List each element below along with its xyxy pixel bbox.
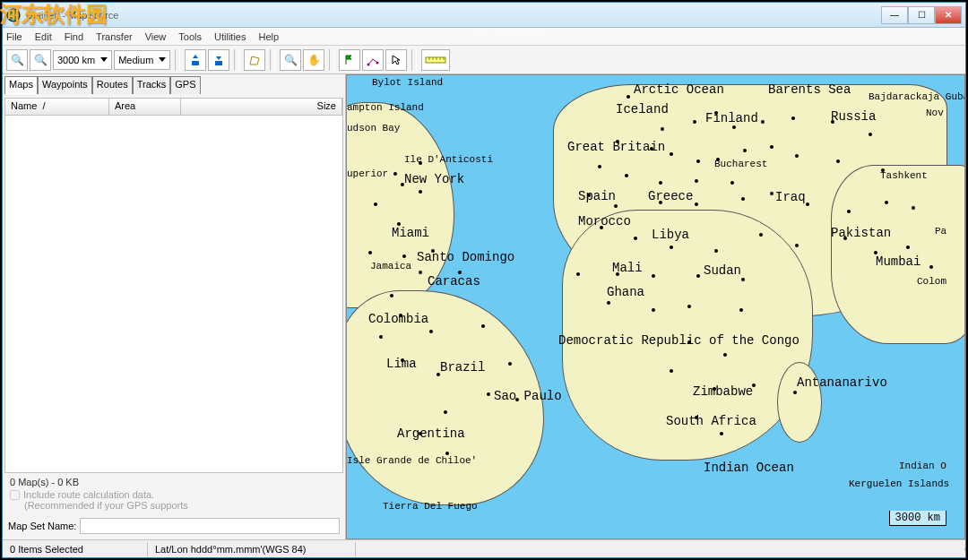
tab-maps[interactable]: Maps: [4, 76, 38, 94]
map-label: Kerguelen Islands: [849, 478, 949, 489]
city-dot: [402, 254, 406, 258]
maximize-button[interactable]: ☐: [908, 6, 935, 24]
map-label: Iceland: [616, 102, 669, 116]
polygon-icon: [248, 54, 261, 66]
city-dot: [576, 272, 580, 276]
map-label: Bucharest: [714, 159, 767, 169]
map-label: udson Bay: [347, 123, 400, 134]
city-dot: [695, 179, 698, 183]
city-dot: [661, 127, 664, 131]
city-dot: [652, 274, 655, 278]
tab-routes[interactable]: Routes: [92, 76, 133, 94]
menu-utilities[interactable]: Utilities: [214, 31, 246, 42]
watermark-logo: 河东软件园: [0, 0, 108, 29]
city-dot: [625, 174, 628, 177]
ruler-icon: [425, 55, 446, 65]
city-dot: [687, 305, 691, 308]
tab-waypoints[interactable]: Waypoints: [38, 76, 92, 94]
menu-file[interactable]: File: [6, 31, 22, 42]
menu-help[interactable]: Help: [258, 31, 279, 42]
city-dot: [695, 202, 698, 206]
draw-map-button[interactable]: [244, 49, 265, 71]
statusbar: 0 Items Selected Lat/Lon hddd°mm.mmm'(WG…: [3, 539, 965, 557]
tab-tracks[interactable]: Tracks: [133, 76, 171, 94]
menu-tools[interactable]: Tools: [178, 31, 202, 42]
city-dot: [906, 246, 910, 249]
tab-gps[interactable]: GPS: [170, 76, 200, 94]
city-dot: [444, 410, 447, 414]
detail-select[interactable]: Medium: [114, 50, 170, 70]
city-dot: [481, 324, 485, 328]
city-dot: [795, 244, 799, 247]
svg-point-4: [376, 61, 379, 64]
map-label: Mali: [612, 261, 643, 275]
menu-transfer[interactable]: Transfer: [96, 31, 133, 42]
city-dot: [770, 192, 774, 195]
zoom-out-button[interactable]: 🔍: [30, 49, 51, 71]
svg-point-3: [367, 63, 370, 65]
map-canvas[interactable]: Bylot IslandArctic OceanBarents SeaBajda…: [346, 74, 965, 539]
zoom-in-button[interactable]: 🔍: [6, 49, 28, 71]
city-dot: [720, 432, 723, 435]
pan-tool-button[interactable]: ✋: [303, 49, 324, 71]
city-dot: [795, 154, 799, 158]
map-label: Sudan: [704, 263, 741, 278]
zoom-tool-button[interactable]: 🔍: [280, 49, 301, 71]
city-dot: [912, 206, 915, 210]
close-button[interactable]: ✕: [935, 6, 962, 24]
city-dot: [652, 308, 655, 312]
city-dot: [634, 237, 637, 240]
city-dot: [806, 202, 809, 206]
city-dot: [761, 120, 765, 124]
map-label: Zimbabwe: [693, 384, 753, 399]
col-size[interactable]: Size: [181, 99, 342, 115]
titlebar[interactable]: Untitled - MapSource — ☐ ✕: [3, 3, 965, 28]
route-tool-button[interactable]: [362, 49, 384, 71]
svg-rect-1: [192, 61, 199, 65]
checkbox-hint: (Recommended if your GPS supports: [10, 500, 338, 511]
download-icon: [212, 54, 225, 66]
city-dot: [730, 181, 734, 185]
menu-view[interactable]: View: [145, 31, 167, 42]
minimize-button[interactable]: —: [881, 6, 908, 24]
send-to-device-button[interactable]: [185, 49, 206, 71]
scale-select[interactable]: 3000 km: [53, 50, 112, 70]
city-dot: [741, 278, 745, 281]
city-dot: [368, 251, 372, 254]
map-label: Colom: [917, 276, 946, 287]
map-label: Russia: [831, 109, 876, 124]
map-label: Santo Domingo: [417, 250, 514, 264]
city-dot: [696, 159, 700, 163]
route-icon: [367, 54, 379, 66]
map-label: Brazil: [440, 360, 485, 375]
list-header: Name / Area Size: [4, 98, 343, 116]
map-label: Iraq: [775, 190, 806, 204]
map-label: Tashkent: [880, 170, 928, 181]
city-dot: [659, 181, 662, 185]
city-dot: [743, 149, 747, 152]
col-area[interactable]: Area: [109, 99, 181, 115]
map-label: South Africa: [666, 414, 756, 428]
city-dot: [614, 204, 618, 208]
map-label: Bajdarackaja Guba: [869, 91, 965, 102]
map-label: Indian O: [899, 461, 946, 471]
city-dot: [693, 120, 696, 124]
measure-tool-button[interactable]: [421, 49, 450, 71]
menu-find[interactable]: Find: [65, 31, 83, 42]
select-tool-button[interactable]: [385, 49, 407, 71]
svg-rect-5: [426, 57, 445, 63]
window-title: Untitled - MapSource: [26, 10, 881, 21]
city-dot: [670, 369, 673, 373]
receive-from-device-button[interactable]: [208, 49, 229, 71]
col-name[interactable]: Name /: [5, 99, 109, 115]
include-route-checkbox[interactable]: Include route calculation data.: [10, 489, 338, 500]
city-dot: [379, 335, 383, 339]
waypoint-tool-button[interactable]: [339, 49, 360, 71]
map-list[interactable]: [4, 116, 343, 473]
city-dot: [741, 197, 745, 201]
map-label: Arctic Ocean: [634, 82, 724, 97]
map-label: Sao Paulo: [494, 389, 562, 403]
map-label: Mumbai: [876, 254, 920, 269]
menu-edit[interactable]: Edit: [35, 31, 52, 42]
mapset-name-input[interactable]: [80, 518, 340, 534]
